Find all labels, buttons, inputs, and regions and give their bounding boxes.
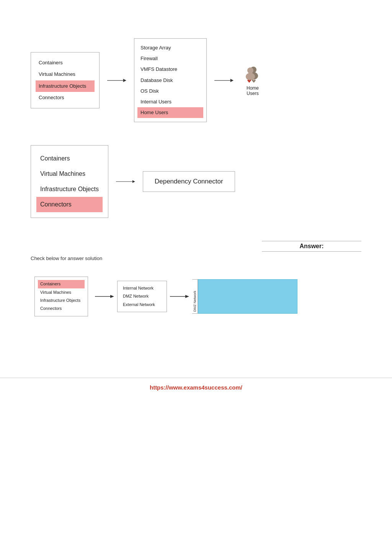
answer-label: Answer: [262,241,361,252]
list-item: Infrastructure Objects [40,182,99,197]
section2-left-list: Containers Virtual Machines Infrastructu… [31,145,108,218]
home-users-label: Home Users [247,85,259,96]
svg-point-6 [247,67,253,74]
arrow2 [214,77,234,84]
home-users-box: Home Users [241,64,264,96]
svg-marker-11 [110,295,114,298]
list-item-highlighted: Connectors [36,197,103,212]
solution-right-area: DMZ Network [192,279,297,314]
list-item: Virtual Machines [40,166,99,182]
list-item: Containers [40,151,99,166]
list-item: Containers [39,57,91,69]
dependency-connector-box: Dependency Connector [143,171,235,192]
sol-list-item: Infrastructure Objects [40,296,82,305]
list-item: Connectors [39,92,91,103]
svg-marker-1 [123,79,126,82]
arrow3 [116,178,135,185]
section1: Containers Virtual Machines Infrastructu… [31,38,361,122]
section2: Containers Virtual Machines Infrastructu… [31,145,361,218]
list-item: VMFS Datastore [140,64,200,75]
dependency-connector-label: Dependency Connector [155,178,223,185]
home-users-icon [241,64,264,85]
list-item: Internal Users [140,97,200,107]
list-item: Storage Array [140,43,200,53]
list-item-highlighted: Home Users [137,107,203,118]
sol-list-item: Connectors [40,305,82,313]
arrow1 [107,77,126,84]
list-item: Firewall [140,53,200,64]
check-below-text: Check below for answer solution [31,255,361,261]
sol-arrow1 [92,293,117,300]
footer: https://www.exams4success.com/ [0,378,392,394]
solution-right-vertical-label: DMZ Network [192,279,198,314]
svg-point-7 [246,73,255,80]
solution-section: Containers Virtual Machines Infrastructu… [31,269,361,324]
svg-marker-9 [132,180,135,183]
section1-left-list: Containers Virtual Machines Infrastructu… [31,52,100,108]
sol-arrow2 [167,293,192,300]
sol-list-item: DMZ Network [123,292,161,300]
sol-list-item: External Network [123,301,161,309]
list-item: OS Disk [140,86,200,97]
footer-link[interactable]: https://www.exams4success.com/ [150,384,242,391]
solution-blue-box [198,279,297,314]
svg-marker-3 [230,79,234,82]
list-item-highlighted: Infrastructure Objects [36,80,95,92]
list-item: Database Disk [140,75,200,86]
list-item: Virtual Machines [39,69,91,80]
sol-list-item: Virtual Machines [40,288,82,296]
section1-middle-list: Storage Array Firewall VMFS Datastore Da… [134,38,207,122]
solution-middle-list: Internal Network DMZ Network External Ne… [117,281,167,312]
sol-list-item: Containers [38,280,85,288]
sol-list-item: Internal Network [123,284,161,292]
svg-marker-13 [185,295,189,298]
solution-left-list: Containers Virtual Machines Infrastructu… [34,277,88,316]
